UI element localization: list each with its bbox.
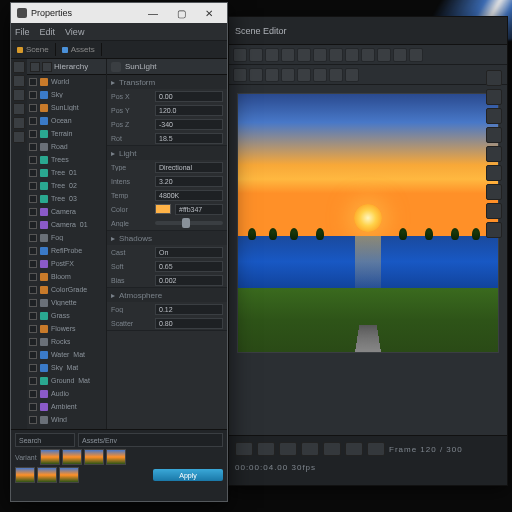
toolbar-button[interactable] [281, 48, 295, 62]
visibility-checkbox[interactable] [29, 208, 37, 216]
toolbar-button[interactable] [265, 68, 279, 82]
visibility-checkbox[interactable] [29, 403, 37, 411]
hierarchy-item[interactable]: Water_Mat [27, 348, 106, 361]
hierarchy-item[interactable]: Rocks [27, 335, 106, 348]
property-field[interactable]: 4800K [155, 190, 223, 201]
toolbar-button[interactable] [313, 68, 327, 82]
hierarchy-item[interactable]: Tree_01 [27, 166, 106, 179]
hierarchy-item[interactable]: Camera_01 [27, 218, 106, 231]
section-header[interactable]: ▸Atmosphere [107, 288, 227, 302]
side-tool-button[interactable] [486, 89, 502, 105]
toolbar-button[interactable] [361, 48, 375, 62]
step-fwd-button[interactable] [323, 442, 341, 456]
hierarchy-item[interactable]: World [27, 75, 106, 88]
mode-button[interactable] [13, 103, 25, 115]
toolbar-button[interactable] [233, 68, 247, 82]
hierarchy-item[interactable]: Trees [27, 153, 106, 166]
side-tool-button[interactable] [486, 222, 502, 238]
hierarchy-item[interactable]: PostFX [27, 257, 106, 270]
visibility-checkbox[interactable] [29, 143, 37, 151]
toolbar-button[interactable] [329, 48, 343, 62]
menu-view[interactable]: View [65, 27, 84, 37]
side-tool-button[interactable] [486, 70, 502, 86]
step-back-button[interactable] [301, 442, 319, 456]
apply-button[interactable]: Apply [153, 469, 223, 481]
mode-button[interactable] [13, 75, 25, 87]
hierarchy-item[interactable]: SunLight [27, 101, 106, 114]
close-button[interactable]: ✕ [197, 5, 221, 21]
variant-thumb[interactable] [106, 449, 126, 465]
visibility-checkbox[interactable] [29, 377, 37, 385]
visibility-checkbox[interactable] [29, 390, 37, 398]
hierarchy-item[interactable]: Vignette [27, 296, 106, 309]
toolbar-button[interactable] [281, 68, 295, 82]
mode-button[interactable] [13, 61, 25, 73]
toolbar-button[interactable] [297, 68, 311, 82]
property-field[interactable]: 120.0 [155, 105, 223, 116]
variant-thumb[interactable] [84, 449, 104, 465]
property-field[interactable]: Directional [155, 162, 223, 173]
play-button[interactable] [235, 442, 253, 456]
hierarchy-item[interactable]: Fog [27, 231, 106, 244]
hierarchy-item[interactable]: Ocean [27, 114, 106, 127]
property-field[interactable]: On [155, 247, 223, 258]
toolbar-button[interactable] [377, 48, 391, 62]
hierarchy-item[interactable]: Wind [27, 413, 106, 426]
side-tool-button[interactable] [486, 184, 502, 200]
hierarchy-item[interactable]: Flowers [27, 322, 106, 335]
toolbar-button[interactable] [313, 48, 327, 62]
tab-assets[interactable]: Assets [56, 43, 102, 56]
visibility-checkbox[interactable] [29, 78, 37, 86]
tab-scene[interactable]: Scene [11, 43, 56, 56]
visibility-checkbox[interactable] [29, 130, 37, 138]
variant-thumb[interactable] [15, 467, 35, 483]
visibility-checkbox[interactable] [29, 156, 37, 164]
section-header[interactable]: ▸Light [107, 146, 227, 160]
menu-file[interactable]: File [15, 27, 30, 37]
toolbar-button[interactable] [249, 48, 263, 62]
visibility-checkbox[interactable] [29, 338, 37, 346]
hierarchy-item[interactable]: Camera [27, 205, 106, 218]
editor-titlebar[interactable]: Scene Editor [229, 17, 507, 45]
side-tool-button[interactable] [486, 146, 502, 162]
side-tool-button[interactable] [486, 108, 502, 124]
property-field[interactable]: 0.00 [155, 91, 223, 102]
property-field[interactable]: 18.5 [155, 133, 223, 144]
variant-thumb[interactable] [62, 449, 82, 465]
search-input[interactable]: Search [15, 433, 75, 447]
visibility-checkbox[interactable] [29, 169, 37, 177]
properties-titlebar[interactable]: Properties — ▢ ✕ [11, 3, 227, 23]
slider-thumb[interactable] [182, 218, 190, 228]
color-swatch[interactable] [155, 204, 171, 214]
toolbar-button[interactable] [345, 68, 359, 82]
viewport[interactable] [237, 93, 499, 353]
angle-slider[interactable] [155, 221, 223, 225]
hierarchy-item[interactable]: Ground_Mat [27, 374, 106, 387]
visibility-checkbox[interactable] [29, 234, 37, 242]
visibility-checkbox[interactable] [29, 299, 37, 307]
toolbar-button[interactable] [393, 48, 407, 62]
hierarchy-item[interactable]: ReflProbe [27, 244, 106, 257]
property-field[interactable]: 0.65 [155, 261, 223, 272]
property-field[interactable]: 0.002 [155, 275, 223, 286]
sort-icon[interactable] [42, 62, 52, 72]
hierarchy-item[interactable]: Ambient [27, 400, 106, 413]
toolbar-button[interactable] [265, 48, 279, 62]
color-hex-field[interactable]: #ffb347 [175, 204, 223, 215]
visibility-checkbox[interactable] [29, 416, 37, 424]
toolbar-button[interactable] [297, 48, 311, 62]
property-field[interactable]: 0.80 [155, 318, 223, 329]
maximize-button[interactable]: ▢ [169, 5, 193, 21]
variant-thumb[interactable] [59, 467, 79, 483]
hierarchy-item[interactable]: Sky_Mat [27, 361, 106, 374]
visibility-checkbox[interactable] [29, 286, 37, 294]
visibility-checkbox[interactable] [29, 221, 37, 229]
hierarchy-item[interactable]: Sky [27, 88, 106, 101]
filter-icon[interactable] [30, 62, 40, 72]
side-tool-button[interactable] [486, 127, 502, 143]
hierarchy-item[interactable]: Terrain [27, 127, 106, 140]
hierarchy-item[interactable]: Road [27, 140, 106, 153]
stop-button[interactable] [279, 442, 297, 456]
property-field[interactable]: 0.12 [155, 304, 223, 315]
section-header[interactable]: ▸Shadows [107, 231, 227, 245]
